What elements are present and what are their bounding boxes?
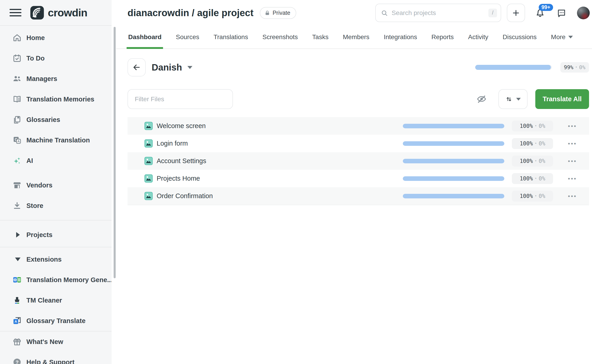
back-button[interactable] xyxy=(127,58,146,77)
language-dropdown-caret[interactable] xyxy=(187,66,193,69)
tab-tasks[interactable]: Tasks xyxy=(311,26,330,48)
sidebar-item-home[interactable]: Home xyxy=(0,27,116,48)
sidebar-item-managers[interactable]: Managers xyxy=(0,68,116,89)
file-menu-ellipsis[interactable]: ••• xyxy=(565,158,580,164)
sidebar-item-translation-memories[interactable]: Translation Memories xyxy=(0,89,116,110)
tab-members[interactable]: Members xyxy=(341,26,371,48)
sidebar-item-ai[interactable]: AI xyxy=(0,150,116,171)
sidebar-item-tm-cleaner[interactable]: TM Cleaner xyxy=(0,290,116,311)
crowdin-app: crowdin Home To Do Managers xyxy=(0,0,592,364)
managers-icon xyxy=(12,74,22,84)
notifications-count-badge: 99+ xyxy=(539,4,553,11)
language-progress-badge: 99% • 0% xyxy=(560,62,589,72)
sidebar-item-vendors[interactable]: Vendors xyxy=(0,175,116,195)
sort-button[interactable] xyxy=(499,89,528,109)
project-breadcrumb[interactable]: dianacrowdin / agile project xyxy=(127,7,253,19)
file-progress-badge: 100%•0% xyxy=(512,138,553,149)
file-progress-bar xyxy=(403,124,504,128)
filter-files-input[interactable] xyxy=(127,89,233,109)
sidebar-item-store[interactable]: Store xyxy=(0,195,116,216)
sidebar-item-help-support[interactable]: ? Help & Support xyxy=(0,352,116,364)
main-area: dianacrowdin / agile project Private / 9… xyxy=(116,0,592,364)
tab-activity[interactable]: Activity xyxy=(466,26,490,48)
tab-sources[interactable]: Sources xyxy=(174,26,201,48)
ai-sparkles-icon xyxy=(12,156,22,165)
search-box: / xyxy=(375,4,501,22)
chevron-down-icon xyxy=(12,254,22,264)
sidebar-scrollbar-thumb[interactable] xyxy=(114,27,116,278)
tm-generator-icon xyxy=(12,275,22,285)
sidebar-divider xyxy=(0,247,112,247)
file-progress-badge: 100%•0% xyxy=(512,156,553,167)
arrow-left-icon xyxy=(132,63,141,72)
plus-icon xyxy=(512,9,520,17)
tab-dashboard[interactable]: Dashboard xyxy=(126,26,163,48)
messages-button[interactable] xyxy=(557,7,566,19)
file-row-welcome-screen[interactable]: Welcome screen 100%•0% ••• xyxy=(127,117,589,135)
search-input[interactable] xyxy=(392,9,488,17)
tm-cleaner-brush-icon xyxy=(12,296,22,305)
dashboard-content: Danish 99% • 0% xyxy=(116,49,592,364)
sidebar: crowdin Home To Do Managers xyxy=(0,0,116,364)
file-menu-ellipsis[interactable]: ••• xyxy=(565,176,580,182)
glossaries-icon xyxy=(12,115,22,124)
hide-completed-eye-off-icon[interactable] xyxy=(477,94,486,104)
chevron-right-icon xyxy=(12,230,22,240)
tab-translations[interactable]: Translations xyxy=(212,26,250,48)
file-row-projects-home[interactable]: Projects Home 100%•0% ••• xyxy=(127,170,589,187)
topbar: dianacrowdin / agile project Private / 9… xyxy=(116,0,592,26)
tab-discussions[interactable]: Discussions xyxy=(501,26,538,48)
sidebar-item-glossary-translate[interactable]: A Glossary Translate xyxy=(0,311,116,331)
lock-icon xyxy=(264,10,270,16)
store-download-icon xyxy=(12,201,22,210)
sidebar-item-machine-translation[interactable]: GA Machine Translation xyxy=(0,130,116,150)
private-badge: Private xyxy=(260,7,296,19)
sidebar-item-todo[interactable]: To Do xyxy=(0,48,116,68)
private-badge-label: Private xyxy=(273,10,290,16)
user-avatar[interactable] xyxy=(577,6,590,19)
chat-icon xyxy=(557,7,566,19)
search-shortcut-hint: / xyxy=(488,9,497,17)
sort-dropdown-caret xyxy=(516,98,521,101)
sidebar-item-whats-new[interactable]: What's New xyxy=(0,332,116,352)
tab-reports[interactable]: Reports xyxy=(430,26,455,48)
image-file-icon xyxy=(144,157,153,165)
tab-more[interactable]: More xyxy=(549,26,574,48)
sidebar-item-translation-memory-generator[interactable]: Translation Memory Gene... xyxy=(0,270,116,290)
file-progress-bar xyxy=(403,194,504,198)
create-project-button[interactable] xyxy=(507,4,525,22)
vendors-storefront-icon xyxy=(12,180,22,190)
machine-translation-icon: GA xyxy=(12,135,22,145)
image-file-icon xyxy=(144,139,153,148)
tab-integrations[interactable]: Integrations xyxy=(382,26,419,48)
sort-arrows-icon xyxy=(505,96,512,103)
image-file-icon xyxy=(144,122,153,130)
sidebar-divider xyxy=(0,220,112,221)
file-menu-ellipsis[interactable]: ••• xyxy=(565,141,580,147)
sidebar-header: crowdin xyxy=(0,0,112,26)
file-row-order-confirmation[interactable]: Order Confirmation 100%•0% ••• xyxy=(127,187,589,205)
file-menu-ellipsis[interactable]: ••• xyxy=(565,123,580,129)
file-list: Welcome screen 100%•0% ••• Login form 10… xyxy=(127,117,589,205)
sidebar-item-projects[interactable]: Projects xyxy=(0,225,116,245)
sidebar-item-glossaries[interactable]: Glossaries xyxy=(0,110,116,130)
home-icon xyxy=(12,33,22,43)
files-toolbar: Translate All xyxy=(127,89,589,109)
help-question-icon: ? xyxy=(12,358,22,364)
translation-memories-icon xyxy=(12,94,22,104)
language-progress: 99% • 0% xyxy=(475,62,589,72)
file-progress-bar xyxy=(403,176,504,181)
svg-text:A: A xyxy=(17,139,20,143)
image-file-icon xyxy=(144,174,153,183)
hamburger-menu-icon[interactable] xyxy=(10,9,21,16)
sidebar-item-extensions[interactable]: Extensions xyxy=(0,249,116,270)
file-row-login-form[interactable]: Login form 100%•0% ••• xyxy=(127,135,589,152)
crowdin-logo[interactable]: crowdin xyxy=(30,6,87,20)
notifications-button[interactable]: 99+ xyxy=(535,7,545,19)
file-progress-badge: 100%•0% xyxy=(512,173,553,184)
file-row-account-settings[interactable]: Account Settings 100%•0% ••• xyxy=(127,152,589,170)
translate-all-button[interactable]: Translate All xyxy=(535,89,589,109)
tab-screenshots[interactable]: Screenshots xyxy=(261,26,299,48)
file-menu-ellipsis[interactable]: ••• xyxy=(565,193,580,199)
image-file-icon xyxy=(144,192,153,200)
